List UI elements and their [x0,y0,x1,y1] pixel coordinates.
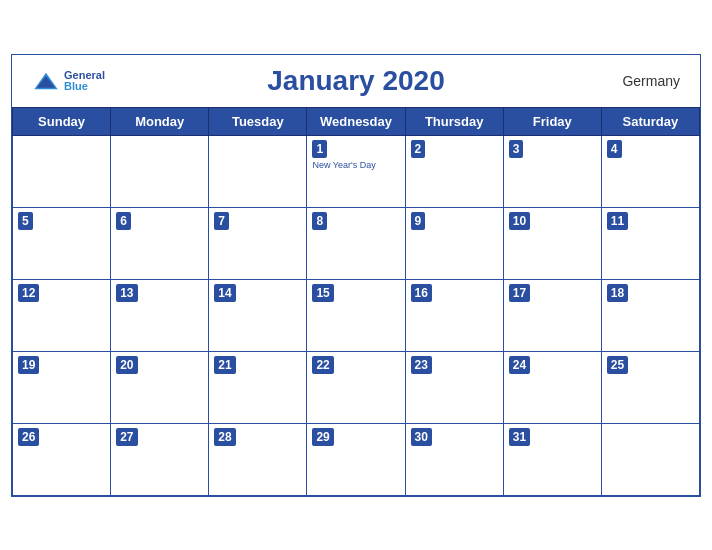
day-number: 24 [509,356,530,375]
calendar-cell [601,423,699,495]
weekday-sunday: Sunday [13,107,111,135]
day-number: 23 [411,356,432,375]
calendar-cell [13,135,111,207]
calendar-cell: 10 [503,207,601,279]
day-number: 31 [509,428,530,447]
day-number: 7 [214,212,229,231]
calendar-cell: 4 [601,135,699,207]
weekday-wednesday: Wednesday [307,107,405,135]
calendar-cell: 24 [503,351,601,423]
calendar: General Blue January 2020 Germany Sunday… [11,54,701,497]
day-number: 11 [607,212,628,231]
logo-area: General Blue [32,70,105,92]
calendar-cell: 3 [503,135,601,207]
calendar-cell: 6 [111,207,209,279]
calendar-cell [111,135,209,207]
calendar-cell: 11 [601,207,699,279]
calendar-cell: 1New Year's Day [307,135,405,207]
calendar-cell: 18 [601,279,699,351]
svg-marker-1 [37,76,55,88]
logo-icon [32,71,60,91]
day-number: 27 [116,428,137,447]
day-number: 9 [411,212,426,231]
day-number: 22 [312,356,333,375]
day-number: 4 [607,140,622,159]
day-number: 25 [607,356,628,375]
weekday-monday: Monday [111,107,209,135]
calendar-cell: 7 [209,207,307,279]
calendar-cell: 23 [405,351,503,423]
day-number: 14 [214,284,235,303]
day-number: 20 [116,356,137,375]
calendar-header: General Blue January 2020 Germany [12,55,700,107]
day-number: 19 [18,356,39,375]
calendar-cell: 28 [209,423,307,495]
day-number: 30 [411,428,432,447]
calendar-week-row: 1New Year's Day234 [13,135,700,207]
calendar-week-row: 12131415161718 [13,279,700,351]
day-number: 8 [312,212,327,231]
calendar-cell: 31 [503,423,601,495]
weekday-thursday: Thursday [405,107,503,135]
calendar-cell: 20 [111,351,209,423]
day-number: 16 [411,284,432,303]
weekday-friday: Friday [503,107,601,135]
day-number: 12 [18,284,39,303]
calendar-cell [209,135,307,207]
day-number: 6 [116,212,131,231]
calendar-cell: 30 [405,423,503,495]
weekday-saturday: Saturday [601,107,699,135]
logo-blue-text: Blue [64,81,105,92]
calendar-cell: 12 [13,279,111,351]
day-number: 1 [312,140,327,159]
calendar-cell: 9 [405,207,503,279]
calendar-cell: 8 [307,207,405,279]
day-number: 18 [607,284,628,303]
weekday-tuesday: Tuesday [209,107,307,135]
calendar-cell: 15 [307,279,405,351]
calendar-cell: 26 [13,423,111,495]
day-number: 3 [509,140,524,159]
day-number: 2 [411,140,426,159]
holiday-label: New Year's Day [312,160,399,170]
country-label: Germany [622,73,680,89]
calendar-table: Sunday Monday Tuesday Wednesday Thursday… [12,107,700,496]
calendar-cell: 29 [307,423,405,495]
calendar-cell: 21 [209,351,307,423]
day-number: 10 [509,212,530,231]
calendar-cell: 27 [111,423,209,495]
calendar-cell: 19 [13,351,111,423]
calendar-cell: 14 [209,279,307,351]
calendar-cell: 22 [307,351,405,423]
calendar-cell: 16 [405,279,503,351]
calendar-cell: 5 [13,207,111,279]
day-number: 29 [312,428,333,447]
calendar-week-row: 19202122232425 [13,351,700,423]
day-number: 26 [18,428,39,447]
calendar-week-row: 262728293031 [13,423,700,495]
calendar-cell: 25 [601,351,699,423]
day-number: 28 [214,428,235,447]
day-number: 21 [214,356,235,375]
day-number: 5 [18,212,33,231]
calendar-cell: 2 [405,135,503,207]
calendar-cell: 13 [111,279,209,351]
calendar-cell: 17 [503,279,601,351]
day-number: 17 [509,284,530,303]
calendar-title: January 2020 [267,65,444,97]
day-number: 13 [116,284,137,303]
weekday-header-row: Sunday Monday Tuesday Wednesday Thursday… [13,107,700,135]
calendar-week-row: 567891011 [13,207,700,279]
day-number: 15 [312,284,333,303]
